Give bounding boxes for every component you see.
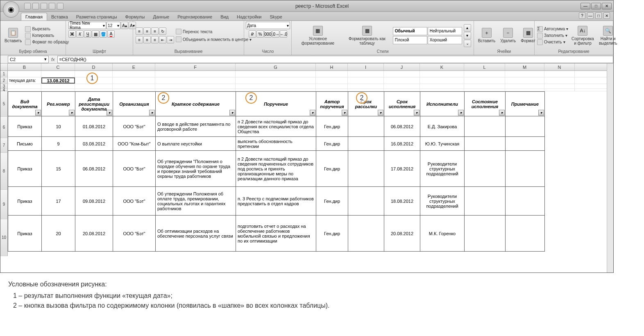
filter-button[interactable]: ▾ xyxy=(310,110,315,116)
formula-input[interactable]: =СЕГОДНЯ() xyxy=(57,56,613,63)
cell[interactable]: текущая дата: xyxy=(8,77,41,84)
table-cell[interactable]: п 2 Довести настоящий приказ до сведения… xyxy=(236,116,316,137)
style-scroll-up[interactable]: ▴ xyxy=(464,24,471,32)
tab-view[interactable]: Вид xyxy=(216,13,233,20)
row-header-5[interactable]: 5 xyxy=(0,91,8,117)
border-button[interactable]: ▦ xyxy=(92,30,99,38)
close-button[interactable]: ✕ xyxy=(602,3,612,9)
format-painter-button[interactable]: Формат по образцу xyxy=(25,39,69,45)
filter-button[interactable]: ▾ xyxy=(378,110,383,116)
table-cell[interactable]: Ген.дир xyxy=(316,187,348,216)
table-cell[interactable]: Приказ xyxy=(8,187,42,216)
table-cell[interactable]: ООО "Бэт" xyxy=(113,151,156,187)
cell[interactable] xyxy=(505,84,544,89)
style-gallery-button[interactable]: ⌄ xyxy=(464,40,471,47)
cell[interactable] xyxy=(544,71,575,77)
table-cell[interactable] xyxy=(465,216,506,252)
column-header-B[interactable]: B xyxy=(8,64,41,70)
align-top-button[interactable]: ≡ xyxy=(136,27,143,35)
table-header[interactable]: Вид документа▾ xyxy=(8,92,42,116)
conditional-formatting-button[interactable]: ▦Условное форматирование xyxy=(294,25,341,46)
table-cell[interactable]: 09.08.2012 xyxy=(75,187,113,216)
increase-decimal-button[interactable]: .0→ xyxy=(272,30,279,38)
fill-button[interactable]: Заполнить▾ xyxy=(537,32,568,39)
tab-insert[interactable]: Вставка xyxy=(47,13,72,20)
align-right-button[interactable]: ≡ xyxy=(151,36,159,43)
style-good[interactable]: Хороший xyxy=(428,36,462,44)
table-cell[interactable]: Ген.дир xyxy=(316,137,348,151)
table-cell[interactable] xyxy=(506,151,545,187)
table-cell[interactable]: Письмо xyxy=(8,137,42,151)
table-cell[interactable] xyxy=(348,116,384,137)
cell[interactable] xyxy=(8,84,41,89)
table-cell[interactable]: п 2 Довести настоящий приказ до сведения… xyxy=(236,151,316,187)
table-cell[interactable] xyxy=(465,187,506,216)
table-cell[interactable]: М.К. Горенко xyxy=(420,216,465,252)
cell[interactable] xyxy=(155,89,236,91)
cell[interactable] xyxy=(113,89,155,91)
filter-button[interactable]: ▾ xyxy=(458,110,464,116)
cell[interactable] xyxy=(113,84,155,89)
table-cell[interactable]: Ю.Ю. Тучинская xyxy=(420,137,465,151)
cell[interactable] xyxy=(420,77,464,84)
percent-button[interactable]: % xyxy=(256,30,264,38)
table-cell[interactable]: 20.08.2012 xyxy=(75,216,113,252)
table-cell[interactable] xyxy=(506,216,545,252)
table-cell[interactable]: п. 3 Реестр с подписями работников предо… xyxy=(236,187,316,216)
table-cell[interactable] xyxy=(506,187,545,216)
name-box[interactable]: C2▾ xyxy=(8,56,49,63)
minimize-ribbon-button[interactable]: — xyxy=(587,12,594,19)
cell[interactable] xyxy=(544,89,575,91)
decrease-indent-button[interactable]: ⇤ xyxy=(159,36,166,43)
column-header-H[interactable]: H xyxy=(316,64,348,70)
table-cell[interactable]: 15 xyxy=(42,151,75,187)
tab-formulas[interactable]: Формулы xyxy=(121,13,149,20)
cell[interactable] xyxy=(384,71,420,77)
cell[interactable] xyxy=(155,84,236,89)
currency-button[interactable]: ₽ xyxy=(249,30,256,38)
qat-undo-icon[interactable] xyxy=(32,3,39,9)
format-as-table-button[interactable]: ▦Форматировать как таблицу xyxy=(343,25,391,46)
cell[interactable] xyxy=(155,77,236,84)
table-cell[interactable]: Ген.дир xyxy=(316,216,348,252)
cell[interactable] xyxy=(348,89,384,91)
table-cell[interactable]: Е.Д. Закирова xyxy=(420,116,465,137)
number-format-select[interactable]: Дата▾ xyxy=(246,22,290,29)
table-cell[interactable]: 06.08.2012 xyxy=(75,151,113,187)
cell[interactable] xyxy=(464,84,505,89)
style-bad[interactable]: Плохой xyxy=(393,36,427,44)
filter-button[interactable]: ▾ xyxy=(107,110,112,116)
table-cell[interactable] xyxy=(465,151,506,187)
clear-button[interactable]: Очистить▾ xyxy=(537,39,568,45)
table-cell[interactable]: О вводе в действие регламента по договор… xyxy=(156,116,236,137)
table-cell[interactable]: 17.08.2012 xyxy=(384,151,420,187)
column-header-J[interactable]: J xyxy=(384,64,420,70)
cell[interactable] xyxy=(316,89,348,91)
table-header[interactable]: Организация▾ xyxy=(113,92,156,116)
copy-button[interactable]: Копировать xyxy=(25,32,69,39)
table-cell[interactable]: подготовить отчет о расходах на обеспече… xyxy=(236,216,316,252)
underline-button[interactable]: Ч xyxy=(84,30,91,38)
minimize-button[interactable]: — xyxy=(581,3,590,9)
sort-filter-button[interactable]: A↓Сортировка и фильтр xyxy=(570,25,596,46)
cell[interactable] xyxy=(348,84,384,89)
row-header-8[interactable]: 8 xyxy=(0,153,8,190)
table-cell[interactable] xyxy=(465,137,506,151)
cell[interactable] xyxy=(236,77,316,84)
table-header[interactable]: Примечание▾ xyxy=(506,92,545,116)
table-cell[interactable]: 20.08.2012 xyxy=(384,216,420,252)
cell[interactable] xyxy=(464,71,505,77)
table-cell[interactable] xyxy=(465,116,506,137)
style-neutral[interactable]: Нейтральный xyxy=(428,27,462,35)
cell[interactable] xyxy=(420,89,464,91)
tab-data[interactable]: Данные xyxy=(149,13,173,20)
bold-button[interactable]: Ж xyxy=(68,30,76,38)
merge-center-button[interactable]: Объединить и поместить в центре▾ xyxy=(176,36,252,43)
row-header-7[interactable]: 7 xyxy=(0,138,8,153)
table-header[interactable]: Исполнители▾ xyxy=(420,92,465,116)
table-cell[interactable]: Ген.дир xyxy=(316,116,348,137)
align-left-button[interactable]: ≡ xyxy=(136,36,143,43)
table-cell[interactable] xyxy=(506,137,545,151)
table-cell[interactable]: О выплате неустойки xyxy=(156,137,236,151)
cell[interactable] xyxy=(113,71,155,77)
